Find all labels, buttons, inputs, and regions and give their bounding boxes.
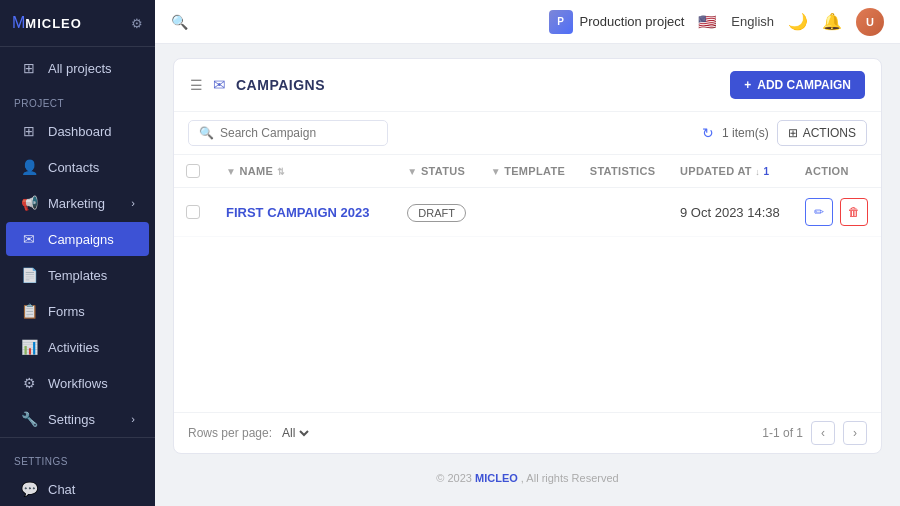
sidebar-bottom: Settings 💬 Chat 🏢 Organizations [0,437,155,506]
footer-rights: , All rights Reserved [521,472,619,484]
edit-button[interactable]: ✏ [805,198,833,226]
sidebar-item-all-projects[interactable]: ⊞ All projects [6,51,149,85]
sidebar-item-settings[interactable]: 🔧 Settings › [6,402,149,436]
filter-name-icon: ▼ [226,166,236,177]
campaign-name-link[interactable]: FIRST CAMPAIGN 2023 [226,205,370,220]
refresh-icon[interactable]: ↻ [702,125,714,141]
flag-icon: 🇺🇸 [698,13,717,31]
templates-icon: 📄 [20,267,38,283]
search-box[interactable]: 🔍 [188,120,388,146]
search-input[interactable] [220,126,377,140]
footer-brand: MICLEO [475,472,518,484]
moon-icon[interactable]: 🌙 [788,12,808,31]
delete-button[interactable]: 🗑 [840,198,868,226]
sidebar-item-dashboard[interactable]: ⊞ Dashboard [6,114,149,148]
grid-actions-icon: ⊞ [788,126,798,140]
campaigns-label: Campaigns [48,232,114,247]
row-statistics-cell [578,188,668,237]
all-projects-label: All projects [48,61,112,76]
search-box-icon: 🔍 [199,126,214,140]
actions-button[interactable]: ⊞ ACTIONS [777,120,867,146]
search-icon: 🔍 [171,14,188,30]
contacts-icon: 👤 [20,159,38,175]
pagination-info: 1-1 of 1 [762,426,803,440]
workflows-label: Workflows [48,376,108,391]
filter-template-icon: ▼ [491,166,501,177]
chevron-right-icon: › [131,413,135,425]
language-label: English [731,14,774,29]
card-toolbar: 🔍 ↻ 1 item(s) ⊞ ACTIONS [174,112,881,155]
page-title: CAMPAIGNS [236,77,325,93]
plus-icon: + [744,78,751,92]
row-action-cell: ✏ 🗑 [793,188,881,237]
row-checkbox[interactable] [186,205,200,219]
sidebar-item-contacts[interactable]: 👤 Contacts [6,150,149,184]
chat-icon: 💬 [20,481,38,497]
add-campaign-label: ADD CAMPAIGN [757,78,851,92]
workflows-icon: ⚙ [20,375,38,391]
campaigns-table-body: FIRST CAMPAIGN 2023 DRAFT 9 Oct 2023 14:… [174,188,881,237]
sidebar-item-workflows[interactable]: ⚙ Workflows [6,366,149,400]
th-updated-at[interactable]: UPDATED AT ↓ 1 [668,155,793,188]
settings-icon[interactable]: ⚙ [131,16,143,31]
rows-per-page: Rows per page: All 10 25 50 [188,425,312,441]
project-name: Production project [580,14,685,29]
th-action: ACTION [793,155,881,188]
card-header: ☰ ✉ CAMPAIGNS + ADD CAMPAIGN [174,59,881,112]
campaigns-card: ☰ ✉ CAMPAIGNS + ADD CAMPAIGN 🔍 ↻ 1 item(… [173,58,882,454]
th-statistics: STATISTICS [578,155,668,188]
user-avatar[interactable]: U [856,8,884,36]
topbar-right: P Production project 🇺🇸 English 🌙 🔔 U [549,8,884,36]
pagination: 1-1 of 1 ‹ › [762,421,867,445]
th-status[interactable]: ▼ STATUS [395,155,478,188]
sidebar-item-chat[interactable]: 💬 Chat [6,472,149,506]
page-content: ☰ ✉ CAMPAIGNS + ADD CAMPAIGN 🔍 ↻ 1 item(… [155,44,900,506]
campaigns-icon: ✉ [20,231,38,247]
main-content: 🔍 P Production project 🇺🇸 English 🌙 🔔 U … [155,0,900,506]
menu-icon[interactable]: ☰ [190,77,203,93]
sidebar-item-forms[interactable]: 📋 Forms [6,294,149,328]
select-all-checkbox[interactable] [186,164,200,178]
toolbar-right: ↻ 1 item(s) ⊞ ACTIONS [702,120,867,146]
prev-page-button[interactable]: ‹ [811,421,835,445]
logo-text: MICLEO [25,16,82,31]
chat-label: Chat [48,482,75,497]
project-thumbnail: P [549,10,573,34]
sort-badge: 1 [763,166,769,177]
th-name[interactable]: ▼ NAME ⇅ [214,155,395,188]
actions-label: ACTIONS [803,126,856,140]
rows-per-page-label: Rows per page: [188,426,272,440]
add-campaign-button[interactable]: + ADD CAMPAIGN [730,71,865,99]
row-template-cell [479,188,578,237]
sort-name-icon: ⇅ [277,167,285,177]
card-title-area: ☰ ✉ CAMPAIGNS [190,76,325,94]
row-updated-cell: 9 Oct 2023 14:38 [668,188,793,237]
contacts-label: Contacts [48,160,99,175]
grid-icon: ⊞ [20,60,38,76]
sort-updated-icon: ↓ [755,167,760,177]
th-checkbox [174,155,214,188]
table-row: FIRST CAMPAIGN 2023 DRAFT 9 Oct 2023 14:… [174,188,881,237]
next-page-button[interactable]: › [843,421,867,445]
sidebar-logo: MMICLEO ⚙ [0,0,155,47]
rows-per-page-select[interactable]: All 10 25 50 [278,425,312,441]
chevron-down-icon: › [131,197,135,209]
project-selector[interactable]: P Production project [549,10,685,34]
dashboard-icon: ⊞ [20,123,38,139]
activities-icon: 📊 [20,339,38,355]
logo-icon: M [12,14,25,31]
sidebar-item-templates[interactable]: 📄 Templates [6,258,149,292]
bell-icon[interactable]: 🔔 [822,12,842,31]
forms-icon: 📋 [20,303,38,319]
sidebar-item-marketing[interactable]: 📢 Marketing › [6,186,149,220]
templates-label: Templates [48,268,107,283]
forms-label: Forms [48,304,85,319]
row-checkbox-cell [174,188,214,237]
items-count: 1 item(s) [722,126,769,140]
sidebar-item-campaigns[interactable]: ✉ Campaigns [6,222,149,256]
th-template[interactable]: ▼ TEMPLATE [479,155,578,188]
topbar-search: 🔍 [171,14,539,30]
marketing-label: Marketing [48,196,105,211]
campaigns-table: ▼ NAME ⇅ ▼ STATUS ▼ TEMPLATE [174,155,881,237]
sidebar-item-activities[interactable]: 📊 Activities [6,330,149,364]
